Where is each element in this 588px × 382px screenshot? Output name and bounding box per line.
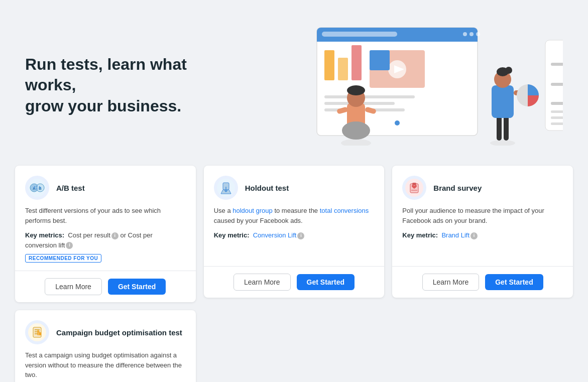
svg-rect-45 (551, 116, 563, 119)
svg-rect-13 (370, 50, 390, 70)
campaign-budget-title: Campaign budget optimisation test (56, 328, 182, 337)
ab-test-get-started-button[interactable]: Get Started (108, 279, 166, 295)
svg-rect-7 (324, 50, 334, 80)
col-1: A B A/B test Test different versions of … (15, 166, 196, 382)
campaign-budget-card: Campaign budget optimisation test Test a… (15, 310, 196, 382)
brand-survey-card-header: Brand survey (402, 176, 563, 200)
svg-rect-63 (412, 183, 416, 185)
ab-test-description: Test different versions of your ads to s… (25, 206, 186, 225)
recommended-badge: RECOMMENDED FOR YOU (25, 254, 101, 263)
svg-rect-40 (551, 83, 563, 86)
ab-test-info-icon-2[interactable]: i (66, 242, 73, 249)
brand-survey-metrics: Key metric: Brand Lifti (402, 230, 563, 240)
holdout-test-metrics: Key metric: Conversion Lifti (214, 230, 375, 240)
svg-point-6 (476, 32, 480, 36)
brand-survey-card: Brand survey Poll your audience to measu… (392, 166, 573, 298)
ab-test-card-header: A B A/B test (25, 176, 186, 200)
svg-point-31 (505, 67, 512, 74)
holdout-test-info-icon[interactable]: i (297, 232, 304, 239)
svg-rect-9 (351, 45, 362, 80)
svg-point-21 (347, 85, 365, 95)
svg-point-5 (469, 32, 474, 36)
svg-rect-46 (551, 122, 563, 125)
svg-rect-8 (338, 58, 348, 80)
holdout-test-card: Holdout test Use a holdout group to meas… (204, 166, 385, 298)
holdout-test-card-header: Holdout test (214, 176, 375, 200)
campaign-budget-card-header: Campaign budget optimisation test (25, 320, 186, 344)
col-3: Brand survey Poll your audience to measu… (392, 166, 573, 382)
svg-rect-37 (551, 63, 563, 66)
svg-point-25 (490, 140, 515, 146)
ab-test-title: A/B test (56, 184, 85, 192)
svg-rect-14 (324, 95, 415, 98)
holdout-link[interactable]: holdout group (232, 207, 273, 214)
holdout-test-card-footer: Learn More Get Started (204, 266, 385, 298)
campaign-budget-description: Test a campaign using budget optimisatio… (25, 350, 186, 380)
hero-section: Run tests, learn what works, grow your b… (10, 15, 578, 166)
svg-rect-58 (37, 330, 39, 335)
page-container: Run tests, learn what works, grow your b… (0, 0, 588, 382)
ab-test-card-footer: Learn More Get Started (15, 271, 196, 302)
svg-point-18 (341, 139, 371, 146)
holdout-test-learn-more-button[interactable]: Learn More (233, 274, 291, 291)
brand-survey-title: Brand survey (433, 184, 482, 192)
col-2: Holdout test Use a holdout group to meas… (204, 166, 385, 382)
svg-point-24 (342, 121, 370, 140)
svg-rect-43 (551, 102, 563, 105)
total-conversions-link[interactable]: total conversions (320, 207, 369, 214)
holdout-test-description: Use a holdout group to measure the total… (214, 206, 375, 225)
hero-illustration (272, 25, 563, 146)
brand-survey-get-started-button[interactable]: Get Started (485, 274, 543, 290)
brand-survey-learn-more-button[interactable]: Learn More (422, 274, 480, 291)
svg-rect-3 (322, 32, 397, 37)
ab-test-metrics: Key metrics: Cost per resulti or Cost pe… (25, 230, 186, 250)
svg-rect-28 (492, 85, 514, 118)
hero-title: Run tests, learn what works, grow your b… (25, 54, 216, 117)
brand-survey-info-icon[interactable]: i (471, 232, 478, 239)
svg-rect-57 (39, 332, 41, 335)
holdout-test-get-started-button[interactable]: Get Started (297, 274, 355, 290)
campaign-budget-icon (25, 320, 49, 344)
svg-point-4 (463, 32, 467, 36)
svg-point-17 (395, 120, 400, 125)
cards-container: A B A/B test Test different versions of … (10, 166, 578, 382)
ab-test-card: A B A/B test Test different versions of … (15, 166, 196, 302)
brand-survey-description: Poll your audience to measure the impact… (402, 206, 563, 225)
hero-text: Run tests, learn what works, grow your b… (25, 54, 216, 117)
brand-survey-icon (402, 176, 426, 200)
brand-survey-card-footer: Learn More Get Started (392, 266, 573, 298)
svg-rect-44 (551, 110, 563, 113)
ab-test-icon: A B (25, 176, 49, 200)
holdout-test-icon (214, 176, 238, 200)
ab-test-learn-more-button[interactable]: Learn More (45, 278, 102, 295)
holdout-test-title: Holdout test (245, 184, 289, 192)
ab-test-info-icon[interactable]: i (111, 232, 119, 239)
